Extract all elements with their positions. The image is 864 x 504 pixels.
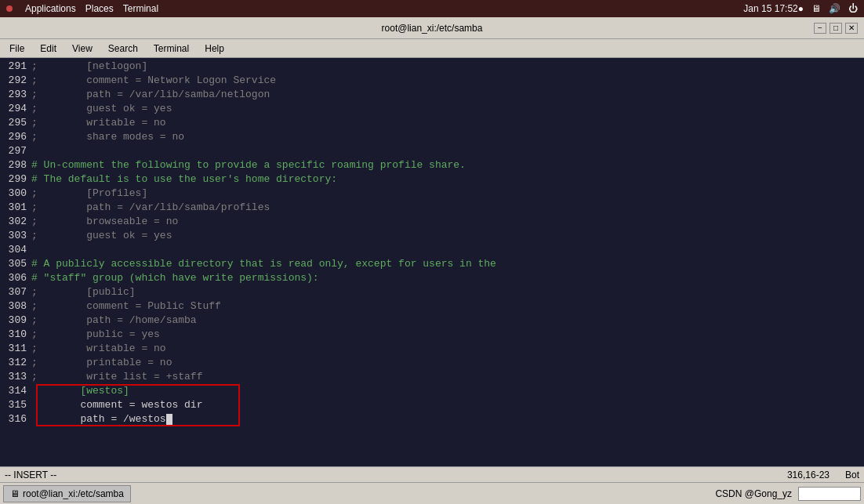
code-line: 306# "staff" group (which have write per… xyxy=(3,271,861,285)
menu-terminal[interactable]: Terminal xyxy=(147,42,195,56)
line-content: ; guest ok = yes xyxy=(31,102,861,116)
text-cursor xyxy=(166,414,172,425)
code-line: 303; guest ok = yes xyxy=(3,229,861,243)
close-button[interactable]: ✕ xyxy=(845,23,858,34)
line-content: ; path = /home/samba xyxy=(31,314,861,328)
line-number: 310 xyxy=(3,328,31,342)
taskbar-app[interactable]: 🖥 root@lian_xi:/etc/samba xyxy=(3,485,131,502)
menu-file[interactable]: File xyxy=(3,42,31,56)
code-line: 294; guest ok = yes xyxy=(3,102,861,116)
code-line: 299# The default is to use the user's ho… xyxy=(3,172,861,187)
line-number: 304 xyxy=(3,243,31,257)
window-controls: − □ ✕ xyxy=(814,23,858,34)
line-content: # Un-comment the following to provide a … xyxy=(31,158,861,172)
line-content: ; public = yes xyxy=(31,328,861,342)
code-line: 304 xyxy=(3,243,861,257)
cursor-position: 316,16-23 xyxy=(787,470,830,480)
code-line: 302; browseable = no xyxy=(3,215,861,229)
system-dot xyxy=(6,3,16,14)
system-bar-right: Jan 15 17:52● 🖥 🔊 ⏻ xyxy=(743,3,858,14)
line-content: ; [public] xyxy=(31,285,861,299)
taskbar-right: CSDN @Gong_yz xyxy=(715,487,861,501)
terminal-icon: 🖥 xyxy=(10,488,20,499)
code-line: 291; [netlogon] xyxy=(3,60,861,74)
code-line: 308; comment = Public Stuff xyxy=(3,299,861,314)
system-bar: Applications Places Terminal Jan 15 17:5… xyxy=(0,0,864,17)
status-bar: -- INSERT -- 316,16-23 Bot xyxy=(0,466,864,482)
menu-help[interactable]: Help xyxy=(198,42,231,56)
menu-terminal[interactable]: Terminal xyxy=(123,3,158,14)
line-number: 311 xyxy=(3,342,31,356)
line-number: 312 xyxy=(3,356,31,370)
line-content: ; writable = no xyxy=(31,116,861,130)
line-number: 300 xyxy=(3,187,31,201)
datetime: Jan 15 17:52● xyxy=(743,3,804,14)
line-content: comment = westos dir xyxy=(31,398,861,412)
volume-icon: 🔊 xyxy=(829,3,840,14)
code-line: 297 xyxy=(3,144,861,158)
line-content: # "staff" group (which have write permis… xyxy=(31,271,861,285)
line-content: ; share modes = no xyxy=(31,130,861,144)
line-content: ; [Profiles] xyxy=(31,187,861,201)
code-line: 310; public = yes xyxy=(3,328,861,342)
taskbar: 🖥 root@lian_xi:/etc/samba CSDN @Gong_yz xyxy=(0,482,864,504)
line-content: ; comment = Network Logon Service xyxy=(31,74,861,88)
system-bar-left: Applications Places Terminal xyxy=(6,3,743,14)
code-line: 298# Un-comment the following to provide… xyxy=(3,158,861,172)
taskbar-search-input[interactable] xyxy=(798,487,861,501)
line-number: 303 xyxy=(3,229,31,243)
menu-view[interactable]: View xyxy=(66,42,99,56)
line-number: 297 xyxy=(3,144,31,158)
code-area: 291; [netlogon]292; comment = Network Lo… xyxy=(3,60,861,465)
code-line: 293; path = /var/lib/samba/netlogon xyxy=(3,88,861,102)
code-line: 314 [westos] xyxy=(3,384,861,398)
line-number: 306 xyxy=(3,271,31,285)
code-line: 295; writable = no xyxy=(3,116,861,130)
line-content: ; writable = no xyxy=(31,342,861,356)
line-content: ; path = /var/lib/samba/netlogon xyxy=(31,88,861,102)
line-content: ; browseable = no xyxy=(31,215,861,229)
code-line: 296; share modes = no xyxy=(3,130,861,144)
taskbar-brand: CSDN @Gong_yz xyxy=(715,488,792,499)
line-number: 308 xyxy=(3,299,31,314)
minimize-button[interactable]: − xyxy=(814,23,826,34)
line-number: 307 xyxy=(3,285,31,299)
line-number: 293 xyxy=(3,88,31,102)
code-line: 307; [public] xyxy=(3,285,861,299)
line-content: ; guest ok = yes xyxy=(31,229,861,243)
menu-applications[interactable]: Applications xyxy=(25,3,76,14)
line-content: # The default is to use the user's home … xyxy=(31,172,861,187)
menu-places[interactable]: Places xyxy=(85,3,114,14)
power-icon[interactable]: ⏻ xyxy=(848,3,858,14)
menu-bar: File Edit View Search Terminal Help xyxy=(0,39,864,58)
code-line: 311; writable = no xyxy=(3,342,861,356)
line-number: 305 xyxy=(3,257,31,271)
terminal-content[interactable]: 291; [netlogon]292; comment = Network Lo… xyxy=(0,58,864,466)
line-number: 292 xyxy=(3,74,31,88)
code-line: 292; comment = Network Logon Service xyxy=(3,74,861,88)
status-mode: -- INSERT -- xyxy=(5,470,787,480)
taskbar-app-label: root@lian_xi:/etc/samba xyxy=(23,488,124,499)
line-number: 294 xyxy=(3,102,31,116)
line-content: # A publicly accessible directory that i… xyxy=(31,257,861,271)
line-number: 302 xyxy=(3,215,31,229)
menu-edit[interactable]: Edit xyxy=(34,42,63,56)
line-number: 314 xyxy=(3,384,31,398)
code-line: 316 path = /westos xyxy=(3,412,861,426)
code-line: 300; [Profiles] xyxy=(3,187,861,201)
line-number: 313 xyxy=(3,370,31,384)
line-number: 301 xyxy=(3,201,31,215)
maximize-button[interactable]: □ xyxy=(830,23,842,34)
line-content: ; comment = Public Stuff xyxy=(31,299,861,314)
line-content: ; [netlogon] xyxy=(31,60,861,74)
status-right: 316,16-23 Bot xyxy=(787,470,859,480)
line-number: 296 xyxy=(3,130,31,144)
menu-search[interactable]: Search xyxy=(102,42,144,56)
line-content: ; path = /var/lib/samba/profiles xyxy=(31,201,861,215)
code-line: 312; printable = no xyxy=(3,356,861,370)
line-number: 295 xyxy=(3,116,31,130)
line-number: 316 xyxy=(3,412,31,426)
line-content: [westos] xyxy=(31,384,861,398)
code-line: 301; path = /var/lib/samba/profiles xyxy=(3,201,861,215)
code-line: 315 comment = westos dir xyxy=(3,398,861,412)
